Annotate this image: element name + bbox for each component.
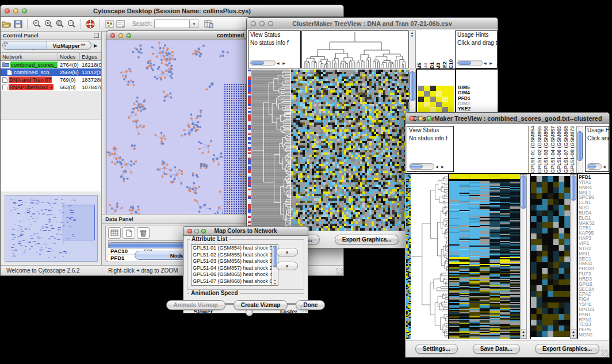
network-row[interactable]: combined_scores_2764(0)16218(0) bbox=[1, 61, 101, 68]
main-title-bar[interactable]: Cytoscape Desktop (Session Name: collins… bbox=[1, 5, 343, 17]
tv1-main-heatmap[interactable] bbox=[291, 70, 409, 232]
desktop: Cytoscape Desktop (Session Name: collins… bbox=[0, 0, 612, 364]
create-vizmap-button[interactable]: Create Vizmap bbox=[234, 300, 288, 310]
zoom-out-icon[interactable] bbox=[31, 19, 43, 29]
save-icon[interactable] bbox=[12, 19, 24, 29]
attribute-list-item[interactable]: GPL51-07 (GSM868) heat shock 60 min bbox=[192, 278, 278, 285]
zoom-fit-icon[interactable]: 1:1 bbox=[66, 19, 77, 29]
tv2-gene-list[interactable]: PFD1YRA1RNR4MSL1SPC98CLN1NIS1BUD4ELG1MAK… bbox=[579, 175, 609, 338]
attribute-list[interactable]: GPL51-01 (GSM854) heat shock 05 minGPL51… bbox=[191, 244, 278, 286]
matrix-cell bbox=[436, 102, 442, 107]
tv1-row-dendrogram[interactable] bbox=[251, 70, 290, 232]
matrix-cell bbox=[424, 97, 430, 102]
svg-text:1:1: 1:1 bbox=[70, 21, 74, 25]
attribute-list-item[interactable]: GPL51-04 (GSM857) heat shock 20 min bbox=[192, 265, 278, 272]
tv2-export-graphics-button[interactable]: Export Graphics... bbox=[535, 344, 599, 354]
annotation-icon[interactable] bbox=[115, 19, 127, 29]
dialog-resize-grip[interactable] bbox=[300, 305, 307, 312]
birdseye-overview[interactable] bbox=[5, 195, 98, 262]
tv2-view-status-panel: View Status No status info f ◀ ▶ bbox=[407, 126, 454, 172]
matrix-cell bbox=[418, 97, 424, 102]
map-dialog-title-bar[interactable]: Map Colors to Network bbox=[183, 227, 308, 236]
tv1-column-dendrogram[interactable] bbox=[301, 30, 408, 68]
attribute-table-icon[interactable] bbox=[203, 19, 215, 29]
zoom-selected-icon[interactable] bbox=[54, 19, 66, 29]
tv2-main-heatmap[interactable] bbox=[449, 174, 520, 339]
matrix-cell bbox=[430, 91, 436, 96]
network-table-header[interactable]: Network Nodes Edges bbox=[1, 52, 101, 61]
search-input[interactable] bbox=[154, 20, 190, 28]
help-lifering-icon[interactable] bbox=[85, 19, 96, 29]
treeview1-title: ClusterMaker TreeView : DNA and Tran 07-… bbox=[247, 18, 498, 29]
tv1-export-graphics-button[interactable]: Export Graphics... bbox=[335, 235, 399, 244]
dialog-minimize-button[interactable] bbox=[194, 229, 199, 233]
tv1-status-scrollbar[interactable]: ◀ ▶ bbox=[250, 59, 286, 66]
column-label: GPL51-08 (GSM872) bbox=[569, 126, 575, 173]
minimize-button[interactable] bbox=[13, 8, 18, 13]
birdseye-viewport-rect[interactable] bbox=[63, 205, 95, 240]
close-button[interactable] bbox=[5, 8, 10, 13]
tv1-view-status-panel: View Status No status info f ◀ ▶ bbox=[248, 30, 301, 68]
tv2-zoom-heatmap[interactable] bbox=[531, 176, 570, 337]
netwin-zoom-button[interactable] bbox=[127, 33, 131, 38]
main-resize-grip[interactable] bbox=[336, 268, 343, 275]
matrix-cell bbox=[424, 102, 430, 107]
delete-attribute-trash-icon[interactable] bbox=[137, 227, 150, 239]
vizmapper-icon[interactable] bbox=[104, 19, 115, 29]
zoom-in-icon[interactable] bbox=[43, 19, 54, 29]
tv1-coldendro-scroll[interactable]: ▲▼ bbox=[408, 30, 416, 68]
gene-list-item[interactable]: MON2 bbox=[579, 332, 609, 338]
search-dropdown-arrow[interactable]: ▼ bbox=[190, 20, 198, 28]
treeview2-title-bar[interactable]: ClusterMaker TreeView : combined_scores_… bbox=[406, 113, 609, 124]
tab-overflow-arrow[interactable]: ▶ bbox=[91, 43, 100, 48]
matrix-cell bbox=[442, 86, 447, 91]
network-row[interactable]: combined_sco2569(6)13112(15) bbox=[1, 68, 101, 76]
attribute-list-item[interactable]: GPL51-06 (GSM865) heat shock 40 min bbox=[192, 271, 278, 278]
matrix-cell bbox=[430, 86, 436, 91]
tv2-status-scrollbar[interactable]: ◀ ▶ bbox=[409, 163, 445, 170]
tab-network[interactable]: Network bbox=[2, 41, 47, 50]
animate-vizmap-button[interactable]: Animate Vizmap bbox=[166, 300, 225, 310]
tv2-minimize-button[interactable] bbox=[418, 116, 423, 121]
tv1-zoom-button[interactable] bbox=[268, 21, 273, 26]
treeview1-title-bar[interactable]: ClusterMaker TreeView : DNA and Tran 07-… bbox=[247, 18, 498, 29]
dialog-close-button[interactable] bbox=[188, 229, 192, 233]
network-row[interactable]: DNA and Tran 07769(0)183728(0) bbox=[1, 76, 101, 83]
zoom-button[interactable] bbox=[22, 8, 27, 13]
tv2-view-status-line2: No status info f bbox=[407, 135, 453, 143]
tv2-usage-scrollbar[interactable]: ◀ bbox=[587, 163, 607, 170]
tv2-view-status-line1: View Status bbox=[407, 127, 453, 135]
move-down-button[interactable]: ∨ bbox=[276, 262, 298, 270]
tv1-usage-scrollbar[interactable]: ◀ ▶ bbox=[457, 59, 494, 66]
float-panel-icon[interactable] bbox=[94, 33, 99, 38]
tv2-resize-grip[interactable] bbox=[602, 350, 609, 357]
tv2-heatmap-vscrollbar[interactable]: ▲▼ bbox=[520, 174, 527, 339]
open-file-icon[interactable] bbox=[1, 19, 12, 29]
tv2-settings-button[interactable]: Settings... bbox=[415, 344, 458, 354]
matrix-cell bbox=[424, 91, 430, 96]
network-row[interactable]: RNAPuberNov2 +563(0)107847(0) bbox=[1, 83, 101, 91]
move-up-button[interactable]: ∧ bbox=[276, 248, 298, 256]
attribute-list-item[interactable]: GPL51-02 (GSM855) heat shock 10 min bbox=[192, 252, 278, 259]
matrix-cell bbox=[442, 91, 447, 96]
tv1-minimize-button[interactable] bbox=[259, 21, 265, 26]
dialog-zoom-button[interactable] bbox=[201, 229, 206, 233]
tv2-collabel-vscrollbar[interactable] bbox=[576, 126, 583, 173]
column-label: GPL51-07 (GSM868) bbox=[563, 126, 569, 173]
matrix-cell bbox=[424, 86, 430, 91]
tv2-global-overview-strip bbox=[406, 174, 411, 339]
tv2-row-dendrogram[interactable] bbox=[411, 174, 449, 339]
attribute-list-item[interactable]: GPL51-03 (GSM856) heat shock 15 min bbox=[192, 258, 278, 265]
attribute-list-item[interactable]: GPL51-01 (GSM854) heat shock 05 min bbox=[192, 245, 278, 252]
tv2-close-button[interactable] bbox=[410, 116, 415, 121]
tv1-close-button[interactable] bbox=[251, 21, 256, 26]
tv2-save-data-button[interactable]: Save Data... bbox=[473, 344, 520, 354]
select-attributes-icon[interactable] bbox=[108, 227, 121, 239]
tv2-zoom-button[interactable] bbox=[427, 116, 432, 121]
netwin-close-button[interactable] bbox=[110, 33, 115, 38]
control-panel-tabs: Network VizMapper™ ▶ bbox=[1, 40, 101, 51]
netwin-minimize-button[interactable] bbox=[118, 33, 123, 38]
tab-vizmapper[interactable]: VizMapper™ bbox=[47, 41, 91, 50]
tv2-genelist-vscrollbar[interactable]: ▲▼ bbox=[570, 174, 577, 339]
new-attribute-icon[interactable] bbox=[123, 227, 135, 239]
